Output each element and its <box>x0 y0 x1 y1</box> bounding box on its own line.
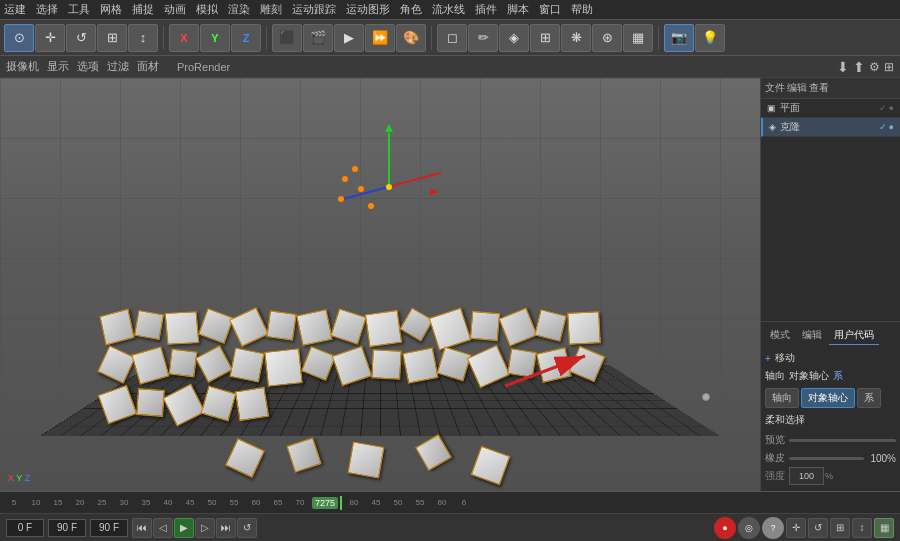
timeline-current-frame[interactable]: 7275 <box>312 497 338 509</box>
menu-插件[interactable]: 插件 <box>475 2 497 17</box>
display-label[interactable]: 显示 <box>47 59 69 74</box>
tab-模式[interactable]: 模式 <box>765 326 795 345</box>
menu-运动图形[interactable]: 运动图形 <box>346 2 390 17</box>
grid2-btn[interactable]: ▦ <box>623 24 653 52</box>
menu-窗口[interactable]: 窗口 <box>539 2 561 17</box>
rotate-tool-bottom[interactable]: ↺ <box>808 518 828 538</box>
menu-流水线[interactable]: 流水线 <box>432 2 465 17</box>
red-arrow <box>495 346 605 396</box>
menu-帮助[interactable]: 帮助 <box>571 2 593 17</box>
clone-label: 克隆 <box>780 120 800 134</box>
down-icon[interactable]: ⬇ <box>837 59 849 75</box>
scene-item-克隆[interactable]: ◈ 克隆 ✓ ● <box>761 118 900 137</box>
preview-slider[interactable] <box>789 439 896 442</box>
menu-动画[interactable]: 动画 <box>164 2 186 17</box>
status-btn[interactable]: ◎ <box>738 517 760 539</box>
axis-x-btn[interactable]: X <box>169 24 199 52</box>
flat-check[interactable]: ✓ <box>879 103 887 113</box>
axis-y-btn[interactable]: Y <box>200 24 230 52</box>
material-btn[interactable]: ◈ <box>499 24 529 52</box>
settings-icon[interactable]: ⚙ <box>869 60 880 74</box>
options-label[interactable]: 选项 <box>77 59 99 74</box>
right-panel: 文件 编辑 查看 ▣ 平面 ✓ ● ◈ 克隆 ✓ ● <box>760 78 900 491</box>
rotate-tool-btn[interactable]: ↺ <box>66 24 96 52</box>
timeline-playhead <box>340 496 342 510</box>
go-start-btn[interactable]: ⏮ <box>132 518 152 538</box>
end-frame-input1[interactable] <box>48 519 86 537</box>
object-tools: ⬛ 🎬 ▶ ⏩ 🎨 <box>272 24 426 52</box>
scene-item-平面[interactable]: ▣ 平面 ✓ ● <box>761 99 900 118</box>
center-label: 对象轴心 <box>789 369 829 383</box>
menu-网格[interactable]: 网格 <box>100 2 122 17</box>
transform-tool-bottom[interactable]: ↕ <box>852 518 872 538</box>
rubber-slider[interactable] <box>789 457 864 460</box>
select-tool-btn[interactable]: ⊙ <box>4 24 34 52</box>
filter-label[interactable]: 过滤 <box>107 59 129 74</box>
go-end-btn[interactable]: ⏭ <box>216 518 236 538</box>
current-frame-input[interactable] <box>6 519 44 537</box>
system-btn[interactable]: 系 <box>857 388 881 408</box>
thickness-input[interactable] <box>789 467 824 485</box>
menu-渲染[interactable]: 渲染 <box>228 2 250 17</box>
play-btn[interactable]: ▶ <box>334 24 364 52</box>
axis-btn[interactable]: 轴向 <box>765 388 799 408</box>
pen-btn[interactable]: ✏ <box>468 24 498 52</box>
move-label: 移动 <box>775 351 795 365</box>
timeline-tick-65: 65 <box>268 498 288 507</box>
camera-label[interactable]: 摄像机 <box>6 59 39 74</box>
axis-mode-row: 轴向 对象轴心 系 <box>765 388 896 408</box>
move-tool-bottom[interactable]: ✛ <box>786 518 806 538</box>
help-btn[interactable]: ? <box>762 517 784 539</box>
menu-雕刻[interactable]: 雕刻 <box>260 2 282 17</box>
3d-viewport[interactable]: X Y Z <box>0 78 760 491</box>
expand-icon[interactable]: ⊞ <box>884 60 894 74</box>
menu-捕捉[interactable]: 捕捉 <box>132 2 154 17</box>
step-fwd-btn[interactable]: ▷ <box>195 518 215 538</box>
play-forward-btn[interactable]: ▶ <box>174 518 194 538</box>
menu-脚本[interactable]: 脚本 <box>507 2 529 17</box>
step-back-btn[interactable]: ◁ <box>153 518 173 538</box>
menu-工具[interactable]: 工具 <box>68 2 90 17</box>
clone-btn[interactable]: ❋ <box>561 24 591 52</box>
wrap-btn[interactable]: ⊛ <box>592 24 622 52</box>
sep2 <box>266 26 267 50</box>
timeline-tick-45: 45 <box>180 498 200 507</box>
surface-label[interactable]: 面材 <box>137 59 159 74</box>
menu-运建[interactable]: 运建 <box>4 2 26 17</box>
transform-tool-btn[interactable]: ↕ <box>128 24 158 52</box>
loop-btn[interactable]: ↺ <box>237 518 257 538</box>
tab-编辑[interactable]: 编辑 <box>797 326 827 345</box>
scale-tool-btn[interactable]: ⊞ <box>97 24 127 52</box>
menu-角色[interactable]: 角色 <box>400 2 422 17</box>
clone-dot[interactable]: ● <box>889 122 894 132</box>
play2-btn[interactable]: ⏩ <box>365 24 395 52</box>
preview-row: 预览 <box>765 433 896 447</box>
timeline-btn[interactable]: ▦ <box>874 518 894 538</box>
scale-tool-bottom[interactable]: ⊞ <box>830 518 850 538</box>
light-btn[interactable]: 💡 <box>695 24 725 52</box>
grid-btn[interactable]: ⊞ <box>530 24 560 52</box>
obj-center-btn[interactable]: 对象轴心 <box>801 388 855 408</box>
clip-btn[interactable]: 🎬 <box>303 24 333 52</box>
panel-menu-文件[interactable]: 文件 <box>765 81 785 95</box>
cube-btn[interactable]: ⬛ <box>272 24 302 52</box>
axis-z-btn[interactable]: Z <box>231 24 261 52</box>
rec-btn[interactable]: ● <box>714 517 736 539</box>
clone-check[interactable]: ✓ <box>879 122 887 132</box>
box-btn[interactable]: ◻ <box>437 24 467 52</box>
move-tool-btn[interactable]: ✛ <box>35 24 65 52</box>
tab-用户[interactable]: 用户代码 <box>829 326 879 345</box>
menu-选择[interactable]: 选择 <box>36 2 58 17</box>
timeline-tick-10: 10 <box>26 498 46 507</box>
panel-menu-查看[interactable]: 查看 <box>809 81 829 95</box>
up-icon[interactable]: ⬆ <box>853 59 865 75</box>
camera-btn[interactable]: 📷 <box>664 24 694 52</box>
timeline-tick-50: 50 <box>202 498 222 507</box>
menu-模拟[interactable]: 模拟 <box>196 2 218 17</box>
render-btn[interactable]: 🎨 <box>396 24 426 52</box>
flat-dot[interactable]: ● <box>889 103 894 113</box>
panel-menu-编辑[interactable]: 编辑 <box>787 81 807 95</box>
end-frame-input2[interactable] <box>90 519 128 537</box>
sep1 <box>163 26 164 50</box>
menu-运动跟踪[interactable]: 运动跟踪 <box>292 2 336 17</box>
